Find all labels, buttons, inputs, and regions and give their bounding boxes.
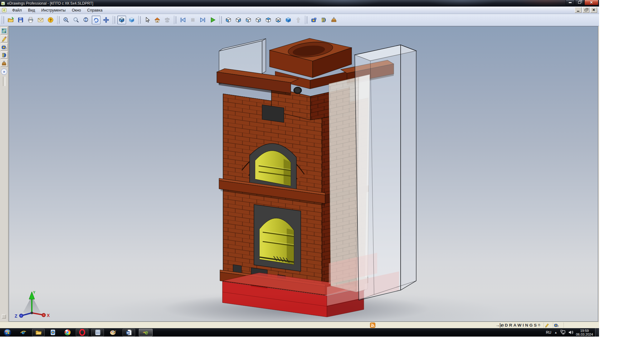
statusbar-divider — [563, 323, 564, 328]
view-isometric-button[interactable] — [284, 16, 293, 24]
sidebar-expand-button[interactable]: » — [1, 69, 7, 75]
shaded-cube-icon — [128, 17, 135, 23]
next-view-button[interactable] — [198, 16, 207, 24]
toolbar-grip[interactable] — [2, 16, 3, 24]
stamp-button[interactable] — [329, 16, 338, 24]
pencil-icon — [1, 36, 7, 42]
network-icon[interactable] — [560, 330, 566, 335]
view-top-cube-icon — [265, 17, 272, 23]
sidebar-bottom-grip[interactable] — [2, 314, 6, 318]
menu-help[interactable]: Справка — [84, 7, 105, 13]
zoom-fit-button[interactable] — [82, 16, 90, 24]
viewport-3d[interactable]: X Y Z — [9, 26, 598, 322]
menu-file[interactable]: Файл — [9, 7, 25, 13]
rotate-button[interactable] — [92, 16, 100, 24]
menu-bar: e Файл Вид Инструменты Окно Справка ✕ — [0, 7, 599, 14]
taskbar-media-player[interactable] — [48, 329, 58, 336]
menu-view[interactable]: Вид — [25, 7, 38, 13]
upper-vent — [262, 105, 284, 122]
minimize-button[interactable] — [566, 0, 575, 5]
start-button[interactable] — [2, 329, 13, 336]
view-back-button[interactable] — [234, 16, 243, 24]
taskbar-word[interactable]: W — [123, 329, 135, 336]
pan-button[interactable] — [102, 16, 110, 24]
menu-window[interactable]: Окно — [69, 7, 84, 13]
shaded-button[interactable] — [127, 16, 136, 24]
svg-text:e: e — [22, 329, 25, 335]
hidden-icons-arrow[interactable]: ▲ — [554, 331, 557, 334]
home-view-button[interactable] — [153, 16, 162, 24]
move-component-button[interactable] — [310, 16, 318, 24]
cross-section-button[interactable] — [319, 16, 328, 24]
view-up-grayed-button[interactable] — [294, 16, 303, 24]
restore-button[interactable] — [575, 0, 584, 5]
shaded-with-edges-button[interactable] — [117, 16, 126, 24]
view-bottom-button[interactable] — [274, 16, 283, 24]
measure-tape-button[interactable] — [1, 43, 8, 50]
brand-registered: ® — [538, 323, 540, 327]
taskbar-edrawings[interactable]: e — [139, 329, 153, 336]
stamp-tool-button[interactable] — [1, 60, 8, 67]
zoom-in-out-button[interactable] — [72, 16, 80, 24]
close-button[interactable]: ✕ — [584, 0, 598, 5]
language-indicator[interactable]: RU — [546, 330, 551, 335]
cross-section-tool-button[interactable] — [1, 51, 8, 59]
show-desktop-button[interactable] — [595, 328, 599, 337]
save-icon — [17, 17, 24, 23]
feed-icon[interactable] — [370, 323, 375, 328]
send-email-button[interactable] — [36, 16, 45, 24]
taskbar-chrome[interactable] — [63, 329, 72, 336]
options-grayed-button[interactable] — [163, 16, 172, 24]
taskbar-paint[interactable] — [108, 329, 118, 336]
cross-section-icon — [320, 17, 327, 23]
view-top-button[interactable] — [264, 16, 273, 24]
view-left-button[interactable] — [244, 16, 253, 24]
toolbar-grip[interactable] — [138, 16, 140, 24]
triad-x-label: X — [47, 313, 50, 318]
play-button[interactable] — [208, 16, 217, 24]
chimney-cap — [270, 38, 352, 78]
taskbar-internet-explorer[interactable]: e — [18, 329, 28, 336]
statusbar-pencil-icon — [545, 323, 549, 328]
edrawings-app-icon: e — [1, 1, 6, 6]
taskbar-calculator[interactable] — [91, 329, 104, 336]
save-button[interactable] — [16, 16, 25, 24]
previous-view-button[interactable] — [178, 16, 187, 24]
taskbar-windows-explorer[interactable] — [32, 329, 45, 336]
toolbar-grip[interactable] — [57, 16, 59, 24]
menu-tools[interactable]: Инструменты — [38, 7, 69, 13]
toolbar-grip[interactable] — [305, 16, 307, 24]
select-button[interactable] — [143, 16, 152, 24]
toolbar-grip[interactable] — [174, 16, 176, 24]
zoom-window-button[interactable] — [62, 16, 71, 24]
markup-pencil-button[interactable] — [1, 35, 8, 42]
next-icon — [199, 17, 206, 23]
open-button[interactable] — [6, 16, 15, 24]
stop-button[interactable] — [188, 16, 197, 24]
doc-minimize-button[interactable] — [575, 7, 582, 13]
play-icon — [209, 17, 216, 23]
view-right-cube-icon — [255, 17, 262, 23]
doc-restore-button[interactable] — [582, 7, 589, 13]
view-right-button[interactable] — [254, 16, 263, 24]
coordinate-triad: X Y Z — [15, 290, 50, 318]
chrome-icon — [64, 329, 71, 336]
statusbar-markup-button[interactable] — [543, 323, 550, 328]
toolbar-grip[interactable] — [113, 16, 115, 24]
sidebar-splitter[interactable] — [3, 77, 5, 86]
print-button[interactable] — [26, 16, 35, 24]
taskbar-opera[interactable] — [76, 329, 88, 336]
statusbar-measure-button[interactable] — [553, 323, 560, 328]
title-bar[interactable]: e eDrawings Professional - [КПТО с ХК 5x… — [0, 0, 599, 7]
view-front-button[interactable] — [224, 16, 233, 24]
main-area: » — [0, 26, 599, 322]
components-pattern-button[interactable] — [1, 27, 8, 34]
help-button[interactable]: ? — [46, 16, 55, 24]
clock[interactable]: 19:59 06.03.2024 — [576, 329, 593, 336]
svg-text:e: e — [145, 329, 148, 336]
email-icon — [37, 17, 44, 23]
doc-close-button[interactable]: ✕ — [590, 7, 597, 13]
stop-icon — [189, 17, 196, 23]
toolbar-grip[interactable] — [219, 16, 221, 24]
volume-icon[interactable] — [568, 330, 573, 335]
